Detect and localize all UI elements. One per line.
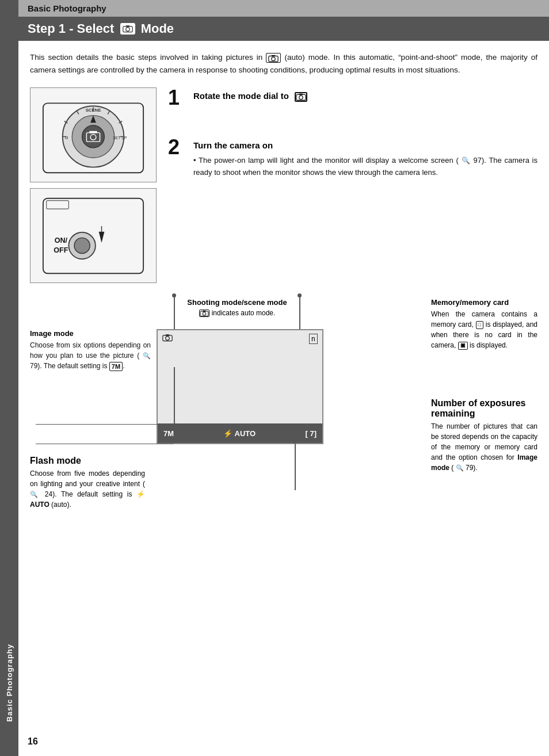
diagram-with-connectors: Image mode Choose from six options depen…	[30, 329, 537, 444]
screen-bottom-bar: 7M ⚡ AUTO [ 7]	[158, 423, 322, 443]
step-2-number: 2	[168, 137, 185, 158]
step-1-title: Rotate the mode dial to	[193, 91, 307, 102]
mode-dial-diagram: SCENE SET UP M	[30, 87, 157, 182]
step-title: Step 1 - Select Mode	[28, 21, 174, 36]
step-1: 1 Rotate the mode dial to	[168, 87, 537, 108]
connector-memory-card	[299, 295, 300, 329]
main-content: Basic Photography Step 1 - Select Mode T…	[18, 0, 549, 479]
svg-rect-5	[272, 55, 276, 56]
step-2-content: Turn the camera on • The power-on lamp w…	[193, 137, 537, 179]
image-mode-title: Image mode	[30, 329, 151, 338]
connector-shooting-mode	[174, 295, 175, 329]
exposures-title: Number of exposures remaining	[431, 398, 537, 419]
flash-mode-annotation: Flash mode Choose from five modes depend…	[30, 456, 145, 510]
svg-rect-25	[47, 200, 69, 209]
screen-memory-icon: n	[309, 334, 318, 344]
svg-point-1	[125, 28, 129, 32]
screen-image-mode: 7M	[163, 429, 174, 438]
flash-mode-text: Choose from five modes depending on ligh…	[30, 468, 145, 510]
svg-point-4	[272, 57, 276, 61]
svg-rect-24	[43, 198, 143, 273]
step-1-number: 1	[168, 87, 185, 108]
diagram-section: Shooting mode/scene mode indicates auto …	[18, 289, 549, 479]
step-2-title: Turn the camera on	[193, 140, 537, 150]
camera-screen: n 7M ⚡ AUTO [ 7]	[157, 329, 323, 444]
shooting-mode-text: indicates auto mode.	[180, 309, 295, 317]
connector-image-mode-h	[36, 424, 174, 425]
svg-point-9	[82, 125, 105, 148]
camera-mode-icon-header	[120, 23, 135, 35]
svg-rect-40	[166, 334, 170, 335]
intro-paragraph: This section details the basic steps inv…	[18, 41, 549, 82]
svg-point-29	[74, 238, 90, 253]
image-mode-annotation: Image mode Choose from six options depen…	[30, 329, 151, 371]
step-2: 2 Turn the camera on • The power-on lamp…	[168, 137, 537, 179]
screen-exposures: [ 7]	[305, 429, 317, 438]
screen-camera-icon	[162, 334, 173, 344]
step-header: Step 1 - Select Mode	[18, 17, 549, 41]
page-number: 16	[28, 736, 38, 747]
image-mode-text: Choose from six options depending on how…	[30, 340, 151, 371]
steps-section: SCENE SET UP M	[18, 87, 549, 283]
step-2-bullet: • The power-on lamp will light and the m…	[193, 155, 537, 179]
svg-rect-37	[203, 310, 206, 311]
shooting-mode-annotation: Shooting mode/scene mode indicates auto …	[180, 298, 295, 317]
step-1-content: Rotate the mode dial to	[193, 87, 307, 106]
svg-text:OFF: OFF	[54, 246, 68, 254]
shooting-mode-title: Shooting mode/scene mode	[180, 298, 295, 307]
steps-images: SCENE SET UP M	[30, 87, 157, 283]
steps-instructions: 1 Rotate the mode dial to	[168, 87, 537, 283]
svg-point-39	[166, 337, 170, 341]
connector-image-mode-v	[174, 367, 175, 425]
exposures-text: The number of pictures that can be store…	[431, 421, 537, 473]
connector-exposures-v	[295, 444, 296, 490]
power-switch-diagram: ON/ OFF	[30, 188, 157, 283]
side-tab-label: Basic Photography	[5, 644, 14, 721]
memory-card-title: Memory/memory card	[431, 298, 537, 307]
svg-point-33	[299, 96, 303, 100]
svg-rect-12	[89, 131, 97, 133]
auto-mode-icon-intro	[266, 53, 281, 63]
svg-rect-2	[125, 25, 129, 26]
section-header: Basic Photography	[18, 0, 549, 17]
exposures-annotation: Number of exposures remaining The number…	[431, 398, 537, 473]
svg-text:ON/: ON/	[55, 236, 68, 245]
camera-mode-icon-step1	[295, 92, 307, 102]
screen-flash-mode: ⚡ AUTO	[223, 429, 256, 438]
flash-mode-title: Flash mode	[30, 456, 145, 466]
svg-marker-30	[99, 231, 105, 242]
section-title: Basic Photography	[28, 3, 106, 13]
connector-flash-h	[36, 444, 174, 445]
camera-screen-container: n 7M ⚡ AUTO [ 7]	[157, 329, 323, 444]
left-annotations: Image mode Choose from six options depen…	[30, 329, 151, 380]
svg-rect-34	[299, 94, 303, 95]
side-tab: Basic Photography	[0, 0, 18, 756]
svg-point-36	[203, 312, 206, 315]
